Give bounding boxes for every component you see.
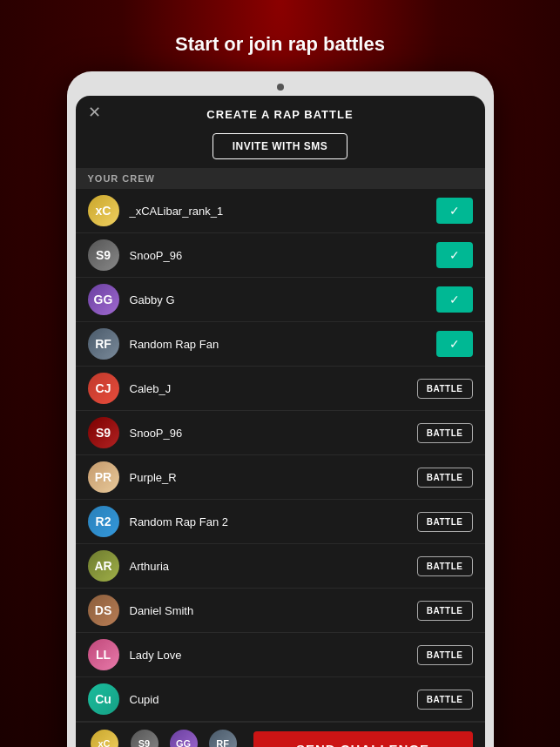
username: SnooP_96 <box>130 427 417 440</box>
crew-row: LLLady LoveBATTLE <box>76 633 485 677</box>
username: Caleb_J <box>130 382 417 395</box>
selected-user: xC_xCALibar_r <box>88 730 121 747</box>
selected-avatar: GG <box>170 730 198 747</box>
avatar: RF <box>88 328 119 360</box>
checked-button[interactable]: ✓ <box>436 242 473 268</box>
crew-section-label: YOUR CREW <box>76 168 485 189</box>
selected-user: S9SnooP_96 <box>128 730 161 747</box>
crew-row: CJCaleb_JBATTLE <box>76 367 485 411</box>
checked-button[interactable]: ✓ <box>436 331 473 357</box>
crew-row: S9SnooP_96✓ <box>76 233 485 278</box>
avatar: CJ <box>88 373 119 404</box>
avatar: AR <box>88 550 119 582</box>
crew-row: S9SnooP_96BATTLE <box>76 411 485 455</box>
crew-row: ARArthuriaBATTLE <box>76 544 485 589</box>
avatar: GG <box>88 284 119 315</box>
avatar: LL <box>88 639 119 670</box>
tablet-camera <box>277 84 284 91</box>
selected-user: GGGabby G <box>168 730 199 747</box>
battle-button[interactable]: BATTLE <box>417 423 473 443</box>
username: Lady Love <box>130 649 417 662</box>
crew-list: xC_xCALibar_rank_1✓S9SnooP_96✓GGGabby G✓… <box>76 189 485 722</box>
close-icon[interactable]: ✕ <box>88 104 101 120</box>
selected-avatar: xC <box>91 730 118 747</box>
battle-button[interactable]: BATTLE <box>417 556 473 576</box>
crew-row: PRPurple_RBATTLE <box>76 455 485 500</box>
modal-header: ✕ CREATE A RAP BATTLE <box>76 96 485 128</box>
battle-button[interactable]: BATTLE <box>417 690 473 710</box>
selected-user: RFRandom R... <box>206 730 240 747</box>
avatar: S9 <box>88 239 119 271</box>
battle-button[interactable]: BATTLE <box>417 379 473 399</box>
page-title: Start or join rap battles <box>175 33 385 56</box>
selected-avatar: S9 <box>131 730 159 747</box>
username: Arthuria <box>130 560 417 573</box>
selected-avatar: RF <box>209 730 237 747</box>
invite-sms-button[interactable]: INVITE WITH SMS <box>213 133 348 159</box>
username: SnooP_96 <box>130 249 436 262</box>
battle-button[interactable]: BATTLE <box>417 601 473 621</box>
battle-button[interactable]: BATTLE <box>417 645 473 665</box>
username: Daniel Smith <box>130 604 417 617</box>
checked-button[interactable]: ✓ <box>436 286 473 313</box>
battle-button[interactable]: BATTLE <box>417 468 473 488</box>
crew-row: CuCupidBATTLE <box>76 677 485 722</box>
crew-row: R2Random Rap Fan 2BATTLE <box>76 500 485 544</box>
crew-row: RFRandom Rap Fan✓ <box>76 322 485 367</box>
bottom-bar: xC_xCALibar_rS9SnooP_96GGGabby GRFRandom… <box>76 722 485 747</box>
avatar: R2 <box>88 506 119 537</box>
modal-title: CREATE A RAP BATTLE <box>206 108 353 121</box>
username: Random Rap Fan <box>130 338 436 351</box>
tablet-screen: ✕ CREATE A RAP BATTLE INVITE WITH SMS YO… <box>76 96 485 747</box>
crew-row: GGGabby G✓ <box>76 278 485 322</box>
avatar: Cu <box>88 683 119 715</box>
checked-button[interactable]: ✓ <box>436 198 473 224</box>
username: Cupid <box>130 693 417 706</box>
username: _xCALibar_rank_1 <box>130 205 436 218</box>
avatar: S9 <box>88 417 119 448</box>
avatar: DS <box>88 595 119 626</box>
battle-button[interactable]: BATTLE <box>417 512 473 532</box>
avatar: xC <box>88 195 119 226</box>
send-challenge-button[interactable]: SEND CHALLENGE <box>253 731 473 748</box>
username: Gabby G <box>130 293 436 306</box>
avatar: PR <box>88 461 119 493</box>
tablet-outer: ✕ CREATE A RAP BATTLE INVITE WITH SMS YO… <box>67 71 494 747</box>
crew-row: DSDaniel SmithBATTLE <box>76 589 485 633</box>
username: Purple_R <box>130 471 417 484</box>
crew-row: xC_xCALibar_rank_1✓ <box>76 189 485 233</box>
username: Random Rap Fan 2 <box>130 515 417 528</box>
